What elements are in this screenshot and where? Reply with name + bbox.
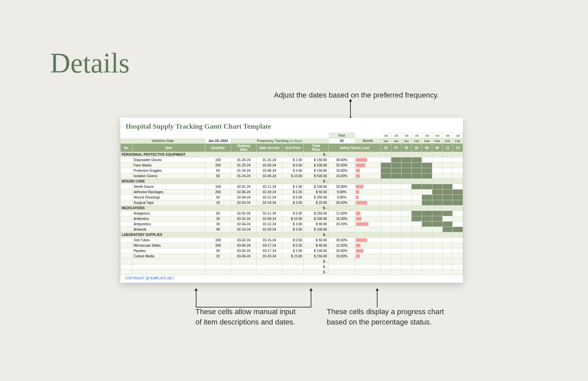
date-arrived[interactable]: 02-20-24 (257, 227, 282, 232)
ordered-date[interactable]: 02-04-24 (231, 195, 257, 200)
gantt-cell (453, 195, 463, 200)
item-qty[interactable]: 100 (205, 157, 231, 163)
gantt-cell (391, 222, 401, 227)
item-qty[interactable]: 50 (205, 195, 231, 200)
item-name[interactable] (132, 264, 205, 270)
date-arrived[interactable]: 02-11-24 (257, 184, 282, 189)
unit-price[interactable]: $ 10.00 (282, 216, 304, 222)
row-no (121, 222, 133, 227)
unit-price[interactable]: $ 3.00 (282, 222, 304, 227)
item-qty[interactable]: 200 (205, 189, 231, 195)
item-name[interactable]: Antacids (132, 227, 205, 232)
ordered-date[interactable]: 02-10-24 (231, 227, 257, 232)
item-name[interactable]: Adhesive Bandages (132, 189, 205, 195)
date-arrived[interactable]: 02-06-24 (257, 173, 282, 179)
item-name[interactable]: Antibiotics (132, 216, 205, 222)
unit-price[interactable]: $ 5.00 (282, 211, 304, 216)
date-arrived[interactable]: 02-18-24 (257, 189, 282, 195)
unit-price[interactable]: $ 2.00 (282, 248, 304, 254)
unit-price[interactable]: $ 15.00 (282, 254, 304, 259)
initiation-date-value[interactable]: Jan 24, 2024 (205, 138, 231, 144)
date-arrived[interactable]: 03-17-24 (257, 243, 282, 248)
item-qty[interactable]: 100 (205, 238, 231, 243)
gantt-cell (422, 163, 432, 168)
date-arrived[interactable]: 02-09-24 (257, 216, 282, 222)
unit-price[interactable]: $ 2.50 (282, 227, 304, 232)
total-price: $ 50.00 (304, 189, 328, 195)
item-name[interactable]: Pipettes (132, 248, 205, 254)
row-no (121, 216, 133, 222)
item-qty[interactable]: 10 (205, 200, 231, 206)
unit-price[interactable]: $ 1.50 (282, 157, 304, 163)
ordered-date[interactable]: 03-03-24 (231, 248, 257, 254)
ordered-date[interactable]: 02-03-24 (231, 200, 257, 206)
item-qty[interactable]: 200 (205, 243, 231, 248)
unit-price[interactable]: $ 10.00 (282, 173, 304, 179)
item-qty[interactable]: 20 (205, 216, 231, 222)
ordered-date[interactable]: 01-25-24 (231, 163, 257, 168)
item-name[interactable] (132, 259, 205, 264)
total-price: $ 250.00 (304, 211, 328, 216)
gantt-cell (381, 184, 391, 189)
col-no: No. (121, 144, 133, 152)
unit-price[interactable]: $ 1.00 (282, 184, 304, 189)
ordered-date[interactable]: 02-02-24 (231, 216, 257, 222)
item-name[interactable] (132, 270, 205, 275)
date-arrived[interactable]: 02-06-24 (257, 168, 282, 173)
item-name[interactable]: Analgesics (132, 211, 205, 216)
unit-price[interactable]: $ 3.00 (282, 168, 304, 173)
gantt-cell (401, 227, 412, 232)
item-name[interactable]: Antipyretics (132, 222, 205, 227)
item-qty[interactable]: 10 (205, 254, 231, 259)
item-name[interactable]: Culture Media (132, 254, 205, 259)
ordered-date[interactable]: 01-24-24 (231, 173, 257, 179)
item-qty[interactable]: 50 (205, 211, 231, 216)
item-name[interactable]: Isolation Gowns (132, 173, 205, 179)
unit-price[interactable]: $ 5.00 (282, 195, 304, 200)
gantt-cell (432, 222, 442, 227)
ordered-date[interactable]: 01-24-24 (231, 168, 257, 173)
ordered-date[interactable]: 03-02-24 (231, 238, 257, 243)
ordered-date[interactable]: 03-06-24 (231, 254, 257, 259)
item-name[interactable]: Microscope Slides (132, 243, 205, 248)
date-arrived[interactable]: 03-19-24 (257, 254, 282, 259)
unit-price[interactable]: $ 2.50 (282, 200, 304, 206)
date-arrived[interactable]: 02-21-24 (257, 195, 282, 200)
item-qty[interactable]: 100 (205, 184, 231, 189)
ordered-date[interactable]: 02-02-24 (231, 211, 257, 216)
item-name[interactable]: Protective Goggles (132, 168, 205, 173)
frequency-value[interactable]: 03 (328, 138, 355, 144)
gantt-cell (432, 211, 442, 216)
item-name[interactable]: Sterile Gauze (132, 184, 205, 189)
unit-price[interactable]: $ 0.50 (282, 163, 304, 168)
item-name[interactable]: Test Tubes (132, 238, 205, 243)
date-arrived[interactable]: 02-12-24 (257, 222, 282, 227)
item-name[interactable]: Face Masks (132, 163, 205, 168)
item-qty[interactable]: 50 (205, 173, 231, 179)
unit-price[interactable]: $ 0.20 (282, 243, 304, 248)
ordered-date[interactable]: 02-01-24 (231, 184, 257, 189)
ordered-date[interactable]: 03-05-24 (231, 243, 257, 248)
item-qty[interactable]: 40 (205, 227, 231, 232)
date-arrived[interactable]: 01-31-24 (257, 157, 282, 163)
ordered-date[interactable]: 01-24-24 (231, 157, 257, 163)
unit-price[interactable]: $ 0.50 (282, 238, 304, 243)
item-name[interactable]: Surgical Tape (132, 200, 205, 206)
date-arrived[interactable]: 03-15-24 (257, 238, 282, 243)
date-arrived[interactable]: 02-14-24 (257, 200, 282, 206)
date-arrived[interactable]: 02-05-24 (257, 163, 282, 168)
item-qty[interactable]: 30 (205, 222, 231, 227)
gantt-cell (381, 216, 391, 222)
gantt-cell (432, 243, 442, 248)
ordered-date[interactable]: 02-04-24 (231, 222, 257, 227)
gantt-cell (422, 200, 432, 206)
item-qty[interactable]: 50 (205, 248, 231, 254)
item-qty[interactable]: 200 (205, 163, 231, 168)
ordered-date[interactable]: 02-06-24 (231, 189, 257, 195)
item-name[interactable]: Wound Dressings (132, 195, 205, 200)
item-qty[interactable]: 50 (205, 168, 231, 173)
date-arrived[interactable]: 02-11-24 (257, 211, 282, 216)
item-name[interactable]: Disposable Gloves (132, 157, 205, 163)
unit-price[interactable]: $ 0.25 (282, 189, 304, 195)
date-arrived[interactable]: 03-17-24 (257, 248, 282, 254)
